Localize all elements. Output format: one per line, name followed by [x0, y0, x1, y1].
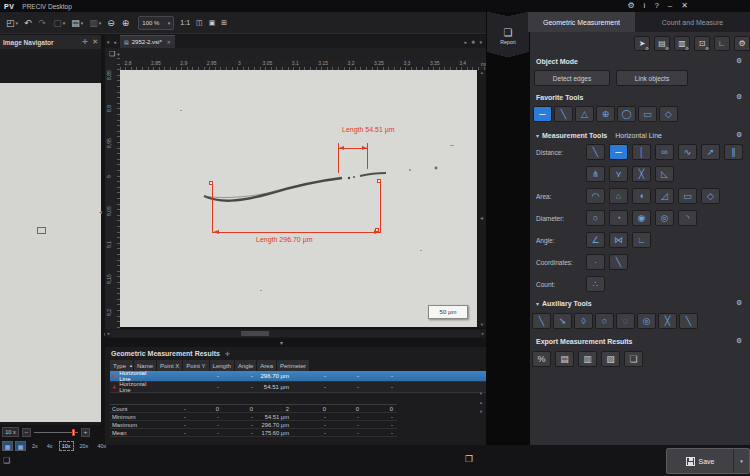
tool-rectangle-area2[interactable]: ▭	[678, 188, 697, 204]
zoom-slider-handle[interactable]	[72, 429, 75, 436]
tool-triangle-distance[interactable]: ◺	[655, 166, 674, 182]
document-tab[interactable]: ▤ 2952-2.vsi* ✕	[120, 35, 175, 48]
tool-polyline-distance[interactable]: ∿	[678, 144, 697, 160]
macro-map-button[interactable]: ▦	[15, 441, 26, 451]
table-row[interactable]: ✛Horizontal Line - - 296.70 µm - - -	[110, 371, 486, 382]
mag-20x-button[interactable]: 20x	[77, 441, 92, 451]
gear-icon[interactable]: ⚙	[736, 337, 742, 345]
zoom-out-button[interactable]: ⊖	[105, 15, 118, 31]
tab-geometric-measurement[interactable]: Geometric Measurement	[528, 12, 635, 32]
zoom-minus-button[interactable]: –	[22, 428, 31, 437]
open-file-button[interactable]: ◰ ▾	[4, 15, 20, 31]
zoom-in-button[interactable]: ⊕	[120, 15, 133, 31]
tab-scroll-right-button[interactable]: ▸	[464, 39, 467, 45]
aux-ruler[interactable]: ◊	[574, 313, 593, 329]
tool-cross-distance[interactable]: ╳	[632, 166, 651, 182]
tool-angle-corner[interactable]: ∟	[632, 232, 651, 248]
tool-rectangle-area[interactable]: ▭	[638, 106, 657, 122]
results-scroll-rail[interactable]: ▾ ▴ ▾	[477, 391, 485, 414]
measurement-extension-line[interactable]	[380, 182, 381, 233]
tool-rotated-rectangle[interactable]: ◇	[659, 106, 678, 122]
measurement-handle[interactable]	[209, 181, 213, 185]
ruler-corner-button[interactable]: ∟	[714, 36, 730, 51]
actual-size-button[interactable]: 1:1	[178, 15, 192, 31]
tool-arc-circle[interactable]: ◝	[678, 210, 697, 226]
tool-horizontal-line-distance[interactable]: ─	[609, 144, 628, 160]
column-header[interactable]: Area	[257, 360, 277, 371]
column-header[interactable]: Point Y	[183, 360, 209, 371]
copy-button[interactable]: ▤ ▾	[69, 15, 85, 31]
pin-icon[interactable]: ✛	[225, 350, 230, 357]
scrollbar-thumb[interactable]	[241, 331, 269, 336]
mag-4x-button[interactable]: 4x	[44, 441, 56, 451]
tab-count-and-measure[interactable]: Count and Measure	[635, 12, 750, 32]
gear-icon[interactable]: ⚙	[736, 131, 742, 139]
select-button[interactable]: ▢ ▾	[51, 15, 67, 31]
aux-circle[interactable]: ○	[595, 313, 614, 329]
tool-closed-polygon-area[interactable]: ⌂	[609, 188, 628, 204]
fullscreen-button[interactable]: ⊞	[219, 15, 229, 31]
column-header[interactable]: Angle	[235, 360, 257, 371]
tool-rotated-rectangle-area[interactable]: ◇	[701, 188, 720, 204]
export-excel-file[interactable]: ▤	[555, 351, 574, 367]
scroll-up-icon[interactable]: ▴	[481, 70, 483, 75]
tool-circle-diameter[interactable]: ⊕	[596, 106, 615, 122]
layer-menu-button[interactable]: ❏ ▾	[109, 50, 120, 58]
measurement-extension-line[interactable]	[212, 184, 213, 233]
measurement-handle[interactable]	[375, 228, 379, 232]
tool-line-coordinate[interactable]: ╲	[609, 254, 628, 270]
tool-circle-center[interactable]: ◉	[632, 210, 651, 226]
tool-count-points[interactable]: ∴	[586, 276, 605, 292]
send-to-report-icon[interactable]: ❐	[465, 454, 473, 464]
navigator-thumbnail[interactable]	[0, 83, 101, 422]
tool-line-distance[interactable]: ╲	[586, 144, 605, 160]
column-header[interactable]: Point X	[157, 360, 183, 371]
tool-point-to-line-distance[interactable]: ⋔	[586, 166, 605, 182]
overview-image-button[interactable]: ▩	[2, 441, 13, 451]
export-txt-file[interactable]: ▧	[601, 351, 620, 367]
save-measurement-button[interactable]: ⊡ ⚙	[694, 36, 710, 51]
fit-width-button[interactable]: ◫	[194, 15, 205, 31]
tool-point-coordinate[interactable]: ∙	[586, 254, 605, 270]
tool-spline-area[interactable]: ◖	[632, 188, 651, 204]
export-report-file[interactable]: ❏	[624, 351, 643, 367]
horizontal-scrollbar[interactable]: ◂ ▸	[105, 329, 486, 338]
mag-10x-button[interactable]: 10x	[59, 441, 74, 451]
scroll-down-icon[interactable]: ▾	[480, 409, 482, 414]
status-document-icon[interactable]: ❏	[3, 456, 10, 465]
navigator-viewport-rect[interactable]	[37, 227, 46, 234]
tool-circle-2point[interactable]: ○	[586, 210, 605, 226]
tool-circle-3point[interactable]: ◔	[609, 210, 628, 226]
close-icon[interactable]: ✕	[681, 0, 688, 12]
tool-magic-wand-area[interactable]: ◿	[655, 188, 674, 204]
mag-2x-button[interactable]: 2x	[29, 441, 41, 451]
gear-icon[interactable]: ⚙	[736, 57, 742, 65]
minimize-icon[interactable]: –	[668, 0, 672, 12]
fit-screen-button[interactable]: ▣	[207, 15, 218, 31]
chevron-down-icon[interactable]: ▾	[536, 133, 539, 139]
zoom-plus-button[interactable]: +	[81, 428, 90, 437]
info-icon[interactable]: i	[644, 0, 646, 12]
collapse-panel-icon[interactable]: ▾	[280, 339, 283, 346]
scrollbar-track[interactable]	[111, 330, 479, 337]
undo-button[interactable]: ↶	[22, 15, 35, 31]
measurement-dimension-line[interactable]	[212, 232, 381, 233]
aux-line-point[interactable]: ➘	[553, 313, 572, 329]
export-quick[interactable]: %	[532, 351, 551, 367]
splitter-right-icon[interactable]: ◂	[480, 214, 483, 221]
navigator-zoom-value[interactable]: 10 x	[2, 427, 19, 437]
select-measurement-button[interactable]: ➤ ⚙	[634, 36, 650, 51]
link-objects-button[interactable]: Link objects	[616, 70, 688, 86]
aux-double-circle[interactable]: ◎	[637, 313, 656, 329]
redo-button[interactable]: ↷	[37, 15, 50, 31]
tool-concentric-circle[interactable]: ◎	[655, 210, 674, 226]
tool-angle-4point[interactable]: ⋈	[609, 232, 628, 248]
tool-arbitrary-line[interactable]: ╲	[554, 106, 573, 122]
chevron-down-icon[interactable]: ▾	[536, 301, 539, 307]
tool-polygon-area[interactable]: ◯	[617, 106, 636, 122]
scroll-left-icon[interactable]: ◂	[107, 331, 109, 336]
copy-measurement-button[interactable]: ▤ ⚙	[654, 36, 670, 51]
table-row[interactable]: ✛Horizontal Line - - 54.51 µm - - -	[110, 382, 486, 393]
scroll-down-icon[interactable]: ▾	[480, 391, 482, 396]
pin-icon[interactable]: ✛	[82, 38, 88, 46]
